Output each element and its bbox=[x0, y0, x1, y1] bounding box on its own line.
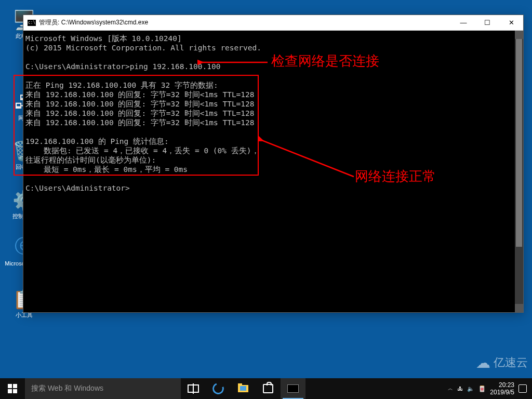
minimize-button[interactable]: — bbox=[451, 15, 475, 31]
taskbar-explorer[interactable] bbox=[231, 378, 256, 399]
start-button[interactable] bbox=[0, 378, 25, 399]
taskbar-cmd[interactable] bbox=[281, 378, 305, 399]
scrollbar-thumb[interactable] bbox=[516, 39, 522, 247]
taskbar-edge[interactable] bbox=[206, 378, 231, 399]
titlebar[interactable]: c:\ 管理员: C:\Windows\system32\cmd.exe — ☐… bbox=[23, 15, 523, 31]
notifications-button[interactable] bbox=[518, 384, 527, 393]
window-title: 管理员: C:\Windows\system32\cmd.exe bbox=[39, 18, 451, 27]
edge-icon bbox=[210, 381, 225, 396]
taskbar: 搜索 Web 和 Windows ︿ 🖧 🔈 🀄 20:23 2019/9/5 bbox=[0, 378, 532, 399]
search-input[interactable]: 搜索 Web 和 Windows bbox=[25, 378, 181, 399]
taskview-button[interactable] bbox=[181, 378, 206, 399]
folder-icon bbox=[238, 385, 248, 392]
maximize-button[interactable]: ☐ bbox=[475, 15, 499, 31]
taskbar-clock[interactable]: 20:23 2019/9/5 bbox=[490, 381, 514, 396]
terminal-body[interactable]: Microsoft Windows [版本 10.0.10240] (c) 20… bbox=[23, 31, 523, 312]
tray-volume-icon[interactable]: 🔈 bbox=[467, 385, 474, 392]
cmd-titlebar-icon: c:\ bbox=[28, 20, 36, 26]
terminal-output: Microsoft Windows [版本 10.0.10240] (c) 20… bbox=[25, 34, 514, 193]
search-placeholder: 搜索 Web 和 Windows bbox=[31, 384, 103, 393]
tray-ime-icon[interactable]: 🀄 bbox=[478, 385, 486, 392]
cmd-icon bbox=[287, 384, 299, 393]
store-icon bbox=[263, 384, 273, 393]
taskbar-store[interactable] bbox=[256, 378, 281, 399]
clock-time: 20:23 bbox=[490, 381, 514, 389]
clock-date: 2019/9/5 bbox=[490, 389, 514, 396]
close-button[interactable]: ✕ bbox=[499, 15, 523, 31]
watermark-text: 亿速云 bbox=[494, 355, 528, 370]
tray-overflow-button[interactable]: ︿ bbox=[448, 385, 453, 392]
cmd-window: c:\ 管理员: C:\Windows\system32\cmd.exe — ☐… bbox=[23, 15, 524, 313]
tray-network-icon[interactable]: 🖧 bbox=[457, 385, 463, 392]
taskview-icon bbox=[188, 384, 199, 393]
vertical-scrollbar[interactable] bbox=[515, 31, 523, 312]
cloud-icon: ☁ bbox=[476, 354, 490, 371]
system-tray: ︿ 🖧 🔈 🀄 20:23 2019/9/5 bbox=[445, 378, 532, 399]
windows-logo-icon bbox=[8, 384, 17, 393]
watermark: ☁ 亿速云 bbox=[476, 352, 528, 373]
